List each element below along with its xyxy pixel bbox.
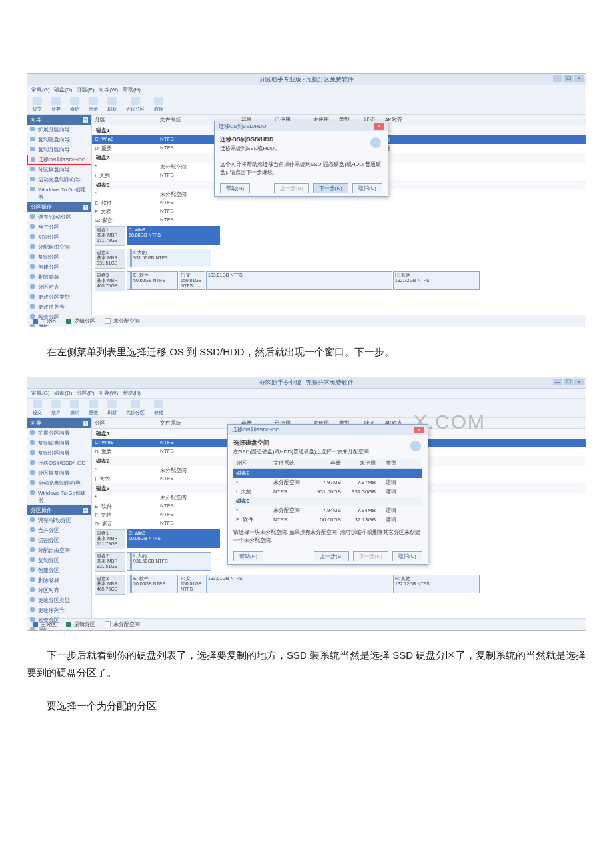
menu-item[interactable]: 分区(P) [77,390,95,396]
partition-bar[interactable]: C: Win8 60.00GB NTFS [127,529,220,548]
menu-item[interactable]: 帮助(H) [123,390,141,396]
toolbar-button[interactable]: 教程 [154,400,163,417]
disk-card[interactable]: 磁盘1 基本 MBR 111.79GB [95,226,125,246]
menu-item[interactable]: 分区(P) [77,87,95,93]
collapse-icon[interactable]: ^ [83,508,88,513]
toolbar-button[interactable]: 无损分区 [126,400,145,417]
sidebar-item[interactable]: 分配自由空间 [27,242,91,252]
sidebar-item[interactable]: 扩展分区向导 [27,428,91,438]
partition-bar[interactable]: F: 文 150.01GB NTFS [179,575,205,593]
toolbar-button[interactable]: 无损分区 [126,97,145,113]
disk-card[interactable]: 磁盘1 基本 MBR 111.79GB [95,529,125,549]
sidebar-item[interactable]: 删除卷标 [27,575,91,585]
sidebar-item[interactable]: 复制分区 [27,252,91,262]
sidebar-header-wizards[interactable]: 向导 ^ [27,115,91,125]
sidebar-header-ops[interactable]: 分区操作 ^ [27,202,91,212]
sidebar-header-ops[interactable]: 分区操作 ^ [27,505,91,515]
sidebar-item[interactable]: Windows To Go创建器 [27,488,91,505]
cancel-button[interactable]: 取消(C) [392,551,422,561]
sidebar-item[interactable]: 启动光盘制作向导 [27,478,91,488]
minimize-button[interactable]: — [553,75,562,82]
partition-bar[interactable] [127,575,131,593]
sidebar-item[interactable]: 扩展分区向导 [27,125,91,135]
collapse-icon[interactable]: ^ [83,117,88,123]
sidebar-item[interactable]: 分区恢复向导 [27,165,91,175]
disk-card[interactable]: 磁盘2 基本 MBR 931.51GB [95,249,125,269]
collapse-icon[interactable]: ^ [83,421,88,426]
help-button[interactable]: 帮助(H) [233,551,263,561]
sidebar-item[interactable]: 分区恢复向导 [27,468,91,478]
partition-bar[interactable] [127,271,131,290]
sidebar-item[interactable]: 启动光盘制作向导 [27,175,91,185]
sidebar-item[interactable]: Windows To Go创建器 [27,185,91,202]
dialog-row[interactable]: I: 大的 NTFS 931.50GB 931.30GB 逻辑 [233,487,422,497]
sidebar-item[interactable]: 合并分区 [27,525,91,535]
partition-bar[interactable] [127,249,131,267]
toolbar-button[interactable]: 重做 [89,97,98,113]
minimize-button[interactable]: — [553,379,562,385]
menu-item[interactable]: 向导(W) [99,390,118,396]
toolbar-button[interactable]: 放弃 [51,97,61,113]
sidebar-item[interactable]: 分区对齐 [27,282,91,292]
toolbar-button[interactable]: 提交 [33,97,42,113]
maximize-button[interactable]: ☐ [564,379,573,385]
partition-bar[interactable]: E: 软件 50.00GB NTFS [131,575,178,593]
maximize-button[interactable]: ☐ [564,75,573,82]
partition-row[interactable]: E: 软件 NTFS [92,199,586,207]
partition-bar[interactable]: I: 大的 931.50GB NTFS [131,249,211,267]
next-button[interactable]: 下一步(N) [313,183,348,193]
partition-bar[interactable]: H: 其他 132.72GB NTFS [393,575,480,593]
dialog-close-button[interactable]: × [414,427,424,433]
toolbar-button[interactable]: 教程 [154,97,163,113]
menu-item[interactable]: 常规(G) [31,390,50,396]
sidebar-item[interactable]: 复制分区向导 [27,145,91,155]
sidebar-item[interactable]: 更改序列号 [27,605,91,615]
toolbar-button[interactable]: 刷新 [107,400,117,417]
partition-bar[interactable] [127,552,131,571]
close-button[interactable]: × [574,379,584,385]
partition-bar[interactable]: 133.01GB NTFS [206,271,392,290]
sidebar-item[interactable]: 更改分区类型 [27,595,91,605]
sidebar-item[interactable]: 检查分区 [27,615,91,625]
dialog-row[interactable]: E: 软件 NTFS 50.00GB 37.13GB 逻辑 [233,515,422,525]
dialog-row[interactable]: * 未分配空间 7.97MB 7.97MB 逻辑 [233,478,422,487]
menu-item[interactable]: 磁盘(D) [54,87,72,93]
help-button[interactable]: 帮助(H) [220,183,250,193]
sidebar-item[interactable]: 复制分区 [27,555,91,565]
toolbar-button[interactable]: 重做 [89,400,98,417]
sidebar-item[interactable]: 分配自由空间 [27,545,91,555]
partition-bar[interactable]: C: Win8 60.00GB NTFS [127,226,220,245]
sidebar-item[interactable]: 切割分区 [27,535,91,545]
sidebar-item[interactable]: 删除卷标 [27,272,91,282]
sidebar-item-migrate-os[interactable]: 迁移OS到SSD/HDD [27,458,91,468]
sidebar-item[interactable]: 属性 [27,625,91,631]
sidebar-item[interactable]: 切割分区 [27,232,91,242]
partition-bar[interactable]: I: 大的 931.50GB NTFS [131,552,211,571]
partition-bar[interactable]: F: 文 150.01GB NTFS [179,271,205,290]
sidebar-item[interactable]: 复制磁盘向导 [27,135,91,145]
sidebar-item[interactable]: 更改分区类型 [27,292,91,302]
partition-bar[interactable]: 133.01GB NTFS [206,575,392,593]
sidebar-item[interactable]: 检查分区 [27,312,91,322]
partition-row[interactable]: F: 文档 NTFS [92,207,586,216]
dialog-row[interactable]: * 未分配空间 7.84MB 7.84MB 逻辑 [233,506,422,515]
sidebar-item[interactable]: 调整/移动分区 [27,515,91,525]
sidebar-item[interactable]: 复制磁盘向导 [27,438,91,448]
sidebar-item[interactable]: 创建分区 [27,565,91,575]
sidebar-item[interactable]: 更改序列号 [27,302,91,312]
toolbar-button[interactable]: 撤销 [70,400,79,417]
collapse-icon[interactable]: ^ [83,205,88,210]
sidebar-header-wizards[interactable]: 向导 ^ [27,418,91,428]
disk-card[interactable]: 磁盘3 基本 MBR 465.76GB [95,575,125,595]
sidebar-item[interactable]: 调整/移动分区 [27,212,91,222]
close-button[interactable]: × [574,75,584,82]
menu-item[interactable]: 帮助(H) [123,87,141,93]
toolbar-button[interactable]: 撤销 [70,97,79,113]
partition-bar[interactable]: E: 软件 50.00GB NTFS [131,271,178,290]
sidebar-item[interactable]: 复制分区向导 [27,448,91,458]
menu-item[interactable]: 向导(W) [99,87,118,93]
dialog-close-button[interactable]: × [374,123,384,130]
partition-row[interactable]: G: 影音 NTFS [92,216,586,225]
menu-item[interactable]: 磁盘(D) [54,390,72,396]
disk-card[interactable]: 磁盘3 基本 MBR 465.76GB [95,271,125,291]
